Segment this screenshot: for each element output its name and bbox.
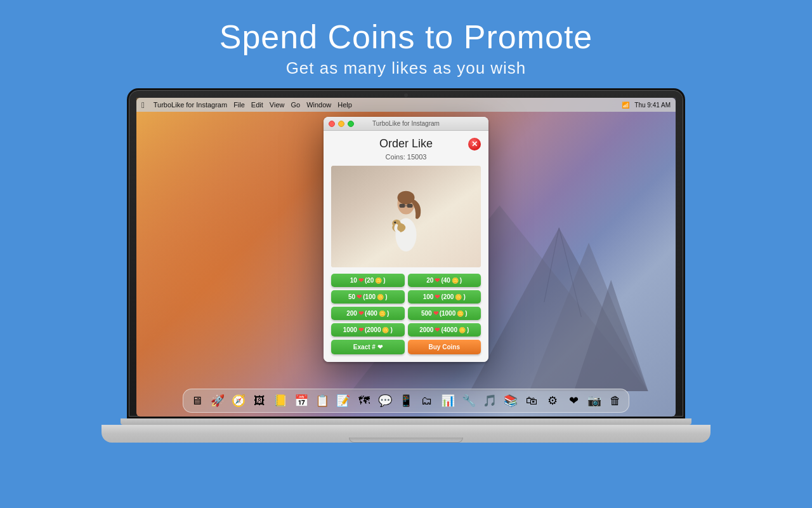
dock-icon-health[interactable]: ❤	[564, 391, 583, 410]
buy-coins-button[interactable]: Buy Coins	[408, 340, 481, 354]
window-close-dot[interactable]	[329, 121, 335, 127]
dock-icon-clipboard[interactable]: 📋	[313, 391, 332, 410]
dock-icon-reminders[interactable]: 📝	[334, 391, 353, 410]
menu-bar-left:  TurboLike for Instagram File Edit View…	[141, 100, 352, 110]
close-button[interactable]: ✕	[468, 138, 481, 150]
dock: 🖥 🚀 🧭 🖼 📒 📅 📋 📝 🗺 💬 📱 🗂 📊 🔧 🎵 📚	[183, 389, 629, 413]
like-btn-10[interactable]: 10 ❤ (20🪙)	[331, 274, 405, 287]
order-like-header: Order Like ✕	[331, 137, 481, 150]
macbook-screen:  TurboLike for Instagram File Edit View…	[136, 98, 676, 417]
hero-title: Spend Coins to Promote	[219, 18, 593, 56]
dock-icon-safari[interactable]: 🧭	[229, 391, 248, 410]
dock-icon-trash[interactable]: 🗑	[606, 391, 625, 410]
action-row: Exact # ❤ Buy Coins	[331, 340, 481, 354]
window-dots	[329, 121, 354, 127]
svg-rect-10	[407, 204, 413, 208]
dock-icon-itunes[interactable]: 🎵	[480, 391, 499, 410]
macbook-lid:  TurboLike for Instagram File Edit View…	[127, 88, 685, 418]
like-btn-500[interactable]: 500 ❤ (1000🪙)	[408, 307, 481, 320]
macbook-notch	[349, 438, 463, 443]
like-btn-2000[interactable]: 2000 ❤ (4000🪙)	[408, 323, 481, 337]
menu-view[interactable]: View	[270, 101, 285, 109]
like-btn-1000[interactable]: 1000 ❤ (2000🪙)	[331, 323, 405, 337]
dock-icon-appstore[interactable]: 🛍	[522, 391, 541, 410]
svg-point-14	[394, 222, 396, 224]
like-btn-100[interactable]: 100 ❤ (200🪙)	[408, 290, 481, 304]
like-btn-200[interactable]: 200 ❤ (400🪙)	[331, 307, 405, 320]
dock-icon-launchpad[interactable]: 🚀	[208, 391, 227, 410]
exact-button[interactable]: Exact # ❤	[331, 340, 405, 354]
menu-file[interactable]: File	[233, 101, 245, 109]
svg-rect-9	[400, 204, 405, 208]
hero-subtitle: Get as many likes as you wish	[219, 58, 593, 78]
macbook-wrapper:  TurboLike for Instagram File Edit View…	[127, 88, 685, 443]
window-titlebar: TurboLike for Instagram	[324, 117, 488, 131]
apple-logo: 	[141, 100, 145, 110]
dock-icon-facetime[interactable]: 📱	[396, 391, 416, 410]
menu-window[interactable]: Window	[306, 101, 331, 109]
window-content: Order Like ✕ Coins: 15003	[324, 131, 488, 362]
webcam	[404, 93, 408, 97]
macos-desktop:  TurboLike for Instagram File Edit View…	[136, 98, 676, 417]
like-btn-50[interactable]: 50 ❤ (100🪙)	[331, 290, 405, 304]
dock-icon-notes[interactable]: 📒	[271, 391, 290, 410]
order-like-title: Order Like	[344, 137, 468, 150]
menu-time: Thu 9:41 AM	[634, 102, 671, 109]
dock-icon-numbers[interactable]: 📊	[438, 391, 457, 410]
like-buttons-grid: 10 ❤ (20🪙) 20 ❤ (40🪙) 50 ❤ (100🪙) 100 ❤ …	[331, 274, 481, 337]
macbook-base	[102, 425, 710, 443]
dock-icon-calendar[interactable]: 📅	[292, 391, 311, 410]
window-title: TurboLike for Instagram	[372, 120, 440, 127]
photo-person	[383, 169, 430, 267]
menu-edit[interactable]: Edit	[251, 101, 263, 109]
like-btn-20[interactable]: 20 ❤ (40🪙)	[408, 274, 481, 287]
menu-help[interactable]: Help	[337, 101, 352, 109]
dock-icon-instruments[interactable]: 🔧	[459, 391, 478, 410]
dock-icon-finder[interactable]: 🖥	[187, 391, 206, 410]
window-maximize-dot[interactable]	[348, 121, 354, 127]
dock-icon-prefs[interactable]: ⚙	[543, 391, 562, 410]
menu-app-name[interactable]: TurboLike for Instagram	[154, 101, 227, 109]
coins-display: Coins: 15003	[331, 153, 481, 161]
menu-go[interactable]: Go	[291, 101, 300, 109]
menu-wifi: 📶	[622, 102, 629, 109]
dock-icon-messages[interactable]: 💬	[376, 391, 395, 410]
window-minimize-dot[interactable]	[338, 121, 344, 127]
dock-icon-files[interactable]: 🗂	[417, 391, 436, 410]
dock-icon-photos[interactable]: 🖼	[250, 391, 269, 410]
dock-icon-ibooks[interactable]: 📚	[501, 391, 520, 410]
menu-bar:  TurboLike for Instagram File Edit View…	[136, 98, 676, 112]
app-window: TurboLike for Instagram Order Like ✕ Coi…	[324, 117, 488, 362]
macbook-hinge	[121, 418, 691, 425]
dock-icon-maps[interactable]: 🗺	[355, 391, 374, 410]
photo-container	[331, 166, 481, 267]
hero-section: Spend Coins to Promote Get as many likes…	[219, 0, 593, 88]
dock-icon-camera[interactable]: 📷	[585, 391, 604, 410]
menu-bar-right: 📶 Thu 9:41 AM	[622, 102, 671, 109]
